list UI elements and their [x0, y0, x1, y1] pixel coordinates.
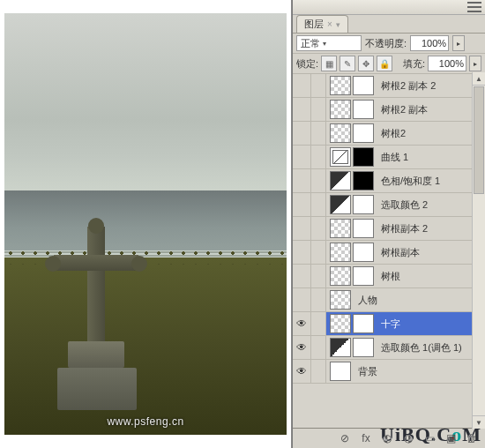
link-col[interactable]	[311, 336, 326, 359]
visibility-toggle[interactable]: 👁	[293, 360, 311, 383]
layer-row[interactable]: 树根副本	[293, 241, 473, 265]
lock-transparency-icon[interactable]: ▦	[321, 56, 337, 71]
layer-thumb[interactable]	[330, 76, 351, 95]
layer-list[interactable]: 树根2 副本 2树根2 副本树根2曲线 1色相/饱和度 1选取颜色 2树根副本 …	[293, 74, 473, 428]
link-col[interactable]	[311, 241, 326, 264]
visibility-toggle[interactable]	[293, 193, 311, 216]
layer-thumb[interactable]	[330, 290, 351, 310]
layer-thumb[interactable]	[330, 195, 351, 214]
visibility-toggle[interactable]	[293, 217, 311, 240]
visibility-toggle[interactable]	[293, 122, 311, 145]
layer-thumb[interactable]	[330, 171, 351, 190]
layer-thumb[interactable]	[353, 219, 374, 238]
panel-titlebar[interactable]	[293, 0, 485, 15]
link-col[interactable]	[311, 288, 326, 311]
layers-scrollbar[interactable]: ▲ ▼	[472, 72, 485, 429]
link-col[interactable]	[311, 146, 326, 168]
tab-close-icon[interactable]: ×	[327, 19, 332, 29]
panel-menu-icon[interactable]	[467, 1, 481, 13]
layer-name[interactable]: 树根2 副本 2	[381, 79, 436, 93]
blend-mode-select[interactable]: 正常 ▾	[296, 35, 362, 51]
tab-layers[interactable]: 图层 × ▾	[296, 15, 348, 33]
layer-thumb[interactable]	[330, 338, 351, 357]
panel-tabrow: 图层 × ▾	[293, 15, 485, 34]
layer-thumb[interactable]	[353, 314, 374, 333]
layer-thumbs	[326, 123, 377, 143]
layer-name[interactable]: 树根2	[381, 127, 406, 140]
layer-name[interactable]: 树根2 副本	[381, 103, 428, 116]
visibility-toggle[interactable]	[293, 288, 311, 311]
layer-row[interactable]: 👁背景	[293, 360, 473, 384]
link-col[interactable]	[311, 193, 326, 216]
layer-name[interactable]: 选取颜色 2	[381, 198, 428, 212]
layer-thumb[interactable]	[353, 147, 374, 167]
lock-position-icon[interactable]: ✥	[358, 56, 374, 71]
visibility-toggle[interactable]: 👁	[293, 336, 311, 359]
layer-thumb[interactable]	[353, 171, 374, 190]
layer-thumb[interactable]	[353, 123, 374, 143]
opacity-slider-icon[interactable]: ▸	[452, 35, 465, 51]
layer-thumb[interactable]	[330, 243, 351, 262]
fx-icon[interactable]: fx	[358, 431, 374, 445]
eye-icon: 👁	[296, 317, 307, 330]
layer-name[interactable]: 背景	[358, 365, 377, 378]
layer-name[interactable]: 选取颜色 1(调色 1)	[381, 341, 462, 355]
link-layers-icon[interactable]: ⊘	[337, 431, 353, 445]
lock-fill-row: 锁定: ▦ ✎ ✥ 🔒 填充: 100% ▸	[293, 54, 485, 74]
visibility-toggle[interactable]	[293, 265, 311, 287]
layer-row[interactable]: 树根副本 2	[293, 217, 473, 241]
layer-thumb[interactable]	[353, 338, 374, 357]
layer-row[interactable]: 树根2	[293, 122, 473, 146]
layer-thumb[interactable]	[330, 147, 351, 167]
layer-thumb[interactable]	[330, 219, 351, 238]
layer-name[interactable]: 树根	[381, 270, 400, 283]
link-col[interactable]	[311, 265, 326, 287]
layer-thumb[interactable]	[353, 195, 374, 214]
visibility-toggle[interactable]	[293, 241, 311, 264]
layer-row[interactable]: 树根	[293, 265, 473, 288]
layer-row[interactable]: 树根2 副本 2	[293, 74, 473, 98]
layer-row[interactable]: 👁选取颜色 1(调色 1)	[293, 336, 473, 360]
scroll-up-icon[interactable]: ▲	[473, 72, 485, 86]
fill-input[interactable]: 100%	[428, 56, 466, 71]
layer-thumb[interactable]	[353, 266, 374, 286]
layer-thumb[interactable]	[353, 100, 374, 119]
visibility-toggle[interactable]: 👁	[293, 312, 311, 335]
link-col[interactable]	[311, 312, 326, 335]
scroll-thumb[interactable]	[474, 86, 484, 194]
layer-thumb[interactable]	[330, 314, 351, 333]
layer-thumb[interactable]	[330, 362, 351, 381]
layer-thumb[interactable]	[353, 76, 374, 95]
tab-dropdown-icon[interactable]: ▾	[336, 20, 340, 29]
layer-row[interactable]: 选取颜色 2	[293, 193, 473, 217]
opacity-input[interactable]: 100%	[410, 35, 449, 51]
visibility-toggle[interactable]	[293, 98, 311, 121]
layer-name[interactable]: 十字	[381, 317, 400, 331]
layer-thumb[interactable]	[330, 100, 351, 119]
link-col[interactable]	[311, 122, 326, 145]
lock-all-icon[interactable]: 🔒	[377, 56, 392, 71]
layer-row[interactable]: 👁十字	[293, 312, 473, 336]
fill-slider-icon[interactable]: ▸	[469, 56, 481, 71]
lock-pixels-icon[interactable]: ✎	[340, 56, 355, 71]
link-col[interactable]	[311, 169, 326, 192]
layer-thumb[interactable]	[353, 243, 374, 262]
layer-row[interactable]: 树根2 副本	[293, 98, 473, 122]
layer-thumb[interactable]	[330, 266, 351, 286]
layer-name[interactable]: 树根副本 2	[381, 222, 428, 235]
link-col[interactable]	[311, 74, 326, 97]
link-col[interactable]	[311, 217, 326, 240]
link-col[interactable]	[311, 98, 326, 121]
layer-thumb[interactable]	[330, 123, 351, 143]
layer-name[interactable]: 色相/饱和度 1	[381, 175, 440, 188]
visibility-toggle[interactable]	[293, 169, 311, 192]
visibility-toggle[interactable]	[293, 74, 311, 97]
layer-row[interactable]: 人物	[293, 288, 473, 312]
link-col[interactable]	[311, 360, 326, 383]
layer-row[interactable]: 曲线 1	[293, 146, 473, 169]
layer-name[interactable]: 人物	[358, 294, 377, 307]
layer-row[interactable]: 色相/饱和度 1	[293, 169, 473, 193]
visibility-toggle[interactable]	[293, 146, 311, 168]
layer-name[interactable]: 树根副本	[381, 246, 420, 259]
layer-name[interactable]: 曲线 1	[381, 151, 408, 164]
